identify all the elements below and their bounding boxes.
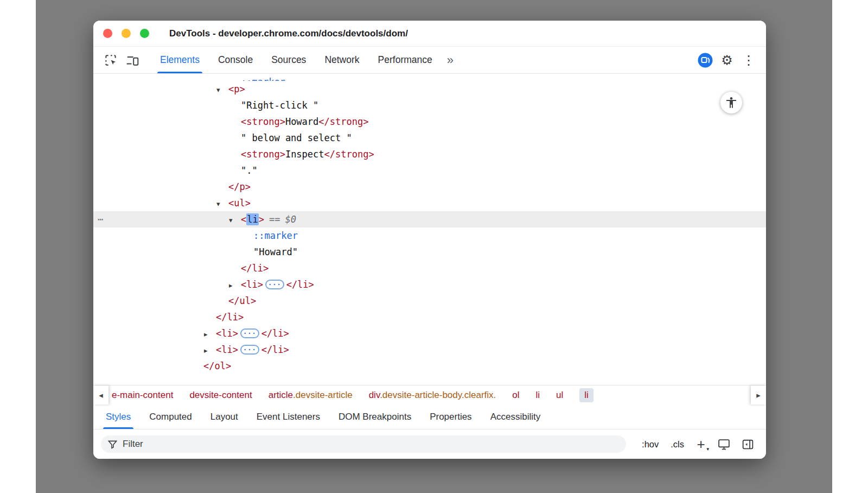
token-tag: </li> — [261, 344, 289, 355]
disclosure-right-icon[interactable]: ▸ — [204, 326, 216, 343]
accessibility-button[interactable] — [720, 92, 742, 113]
token-tag: <li> — [216, 328, 238, 339]
cast-icon[interactable] — [694, 49, 716, 72]
tree-line[interactable]: ▸<li>···</li> — [93, 342, 766, 358]
tree-line[interactable]: "Howard" — [93, 244, 766, 260]
new-style-rule-button[interactable]: + ▾ — [691, 433, 711, 456]
devtools-window: DevTools - developer.chrome.com/docs/dev… — [93, 21, 766, 459]
token-tag: </li> — [241, 263, 269, 274]
tree-line[interactable]: <strong>Inspect</strong> — [93, 146, 766, 162]
tab-event-listeners[interactable]: Event Listeners — [247, 404, 329, 429]
tab-sources[interactable]: Sources — [262, 47, 315, 73]
device-toolbar-icon[interactable] — [122, 49, 143, 72]
breadcrumb-item[interactable]: ul — [556, 390, 563, 401]
crumb-tag-text: div — [369, 390, 380, 400]
tab-performance[interactable]: Performance — [369, 47, 442, 73]
breadcrumb-item[interactable]: e-main-content — [112, 390, 173, 401]
breadcrumb-scroll-right-button[interactable]: ▸ — [751, 385, 766, 404]
tree-line[interactable]: ▸<li>···</li> — [93, 276, 766, 293]
tab-properties[interactable]: Properties — [420, 404, 481, 429]
tab-dom-breakpoints[interactable]: DOM Breakpoints — [329, 404, 420, 429]
tab-console[interactable]: Console — [209, 47, 262, 73]
token-selhl: li — [246, 213, 258, 225]
pseudo-state-toggle[interactable]: :hov — [637, 436, 663, 453]
token-text: Howard — [285, 116, 318, 127]
dom-tree-lines: ::marker▾<p>"Right-click "<strong>Howard… — [93, 74, 766, 374]
tab-accessibility[interactable]: Accessibility — [481, 404, 550, 429]
crumb-tag-text: article — [269, 390, 293, 400]
disclosure-down-icon[interactable]: ▾ — [216, 196, 228, 212]
more-menu-icon[interactable]: ⋮ — [738, 49, 760, 72]
inline-expand-icon[interactable]: ··· — [265, 280, 284, 289]
zoom-button[interactable] — [140, 29, 149, 38]
disclosure-down-icon[interactable]: ▾ — [216, 82, 228, 98]
tab-styles[interactable]: Styles — [97, 404, 140, 429]
main-tabs: ElementsConsoleSourcesNetworkPerformance — [151, 47, 442, 73]
tree-line[interactable]: ▸<li>···</li> — [93, 325, 766, 342]
minimize-button[interactable] — [122, 29, 131, 38]
crumb-tag-text: e-main-content — [112, 390, 173, 400]
breadcrumb-item[interactable]: li — [536, 390, 540, 401]
crumb-cls-text: .devsite-article-body.clearfix. — [380, 390, 496, 400]
tab-network[interactable]: Network — [315, 47, 368, 73]
disclosure-right-icon[interactable]: ▸ — [229, 277, 241, 294]
tree-line[interactable]: <strong>Howard</strong> — [93, 113, 766, 130]
token-ref: $0 — [285, 214, 296, 225]
tree-line[interactable]: </ol> — [93, 358, 766, 374]
token-tag: </li> — [261, 328, 289, 339]
tree-line[interactable]: ⋯▾<li>==$0 — [93, 211, 766, 227]
close-button[interactable] — [103, 29, 112, 38]
tree-line[interactable]: </ul> — [93, 293, 766, 309]
inspect-icon[interactable] — [100, 49, 122, 72]
inline-expand-icon[interactable]: ··· — [240, 328, 259, 338]
window-title: DevTools - developer.chrome.com/docs/dev… — [169, 28, 408, 39]
tab-elements[interactable]: Elements — [151, 47, 209, 73]
token-tag: <li> — [216, 344, 238, 355]
tree-line[interactable]: </p> — [93, 179, 766, 195]
token-tag: </strong> — [324, 149, 374, 160]
class-toggle[interactable]: .cls — [666, 436, 689, 453]
disclosure-right-icon[interactable]: ▸ — [204, 343, 216, 359]
breadcrumb-scroll-left-button[interactable]: ◂ — [93, 385, 108, 404]
crumb-tag-text: li — [536, 390, 540, 400]
tree-line[interactable]: "." — [93, 162, 766, 179]
tree-line[interactable]: ::marker — [93, 74, 766, 81]
crumb-tag-text: ol — [512, 390, 519, 400]
tree-line[interactable]: "Right-click " — [93, 97, 766, 113]
token-tag: </ol> — [203, 361, 231, 371]
rendering-emulation-icon[interactable] — [713, 433, 735, 456]
token-tag: </p> — [228, 181, 251, 192]
crumb-tag-text: devsite-content — [189, 390, 252, 400]
main-toolbar: ElementsConsoleSourcesNetworkPerformance… — [93, 47, 766, 74]
breadcrumb-item[interactable]: div.devsite-article-body.clearfix. — [369, 390, 496, 401]
token-tag: <ul> — [228, 198, 251, 208]
tree-line[interactable]: </li> — [93, 260, 766, 276]
disclosure-down-icon[interactable]: ▾ — [229, 212, 241, 229]
more-tabs-icon[interactable]: » — [442, 54, 459, 66]
tree-line[interactable]: ::marker — [93, 227, 766, 244]
breadcrumb-item[interactable]: article.devsite-article — [269, 390, 353, 401]
toggle-sidebar-icon[interactable] — [737, 433, 758, 456]
breadcrumb-item[interactable]: li — [579, 388, 593, 402]
token-text: " below and select " — [241, 132, 352, 143]
tab-layout[interactable]: Layout — [201, 404, 247, 429]
token-text: "." — [241, 165, 258, 176]
settings-icon[interactable]: ⚙ — [716, 49, 738, 72]
inline-expand-icon[interactable]: ··· — [240, 345, 259, 355]
tree-line[interactable]: ▾<ul> — [93, 195, 766, 211]
token-tag: <strong> — [241, 149, 285, 160]
traffic-lights — [103, 29, 158, 38]
token-tag: > — [259, 214, 264, 225]
breadcrumb-item[interactable]: ol — [512, 390, 519, 401]
tree-line[interactable]: ▾<p> — [93, 81, 766, 97]
tree-line[interactable]: " below and select " — [93, 130, 766, 146]
token-tag: <strong> — [241, 116, 285, 127]
crumb-cls-text: .devsite-article — [293, 390, 353, 400]
breadcrumb-item[interactable]: devsite-content — [189, 390, 252, 401]
token-tag: < — [241, 214, 246, 225]
tab-computed[interactable]: Computed — [140, 404, 201, 429]
crumb-tag-text: li — [584, 390, 589, 400]
filter-input[interactable] — [123, 439, 620, 450]
row-menu-icon[interactable]: ⋯ — [98, 211, 104, 227]
tree-line[interactable]: </li> — [93, 309, 766, 325]
